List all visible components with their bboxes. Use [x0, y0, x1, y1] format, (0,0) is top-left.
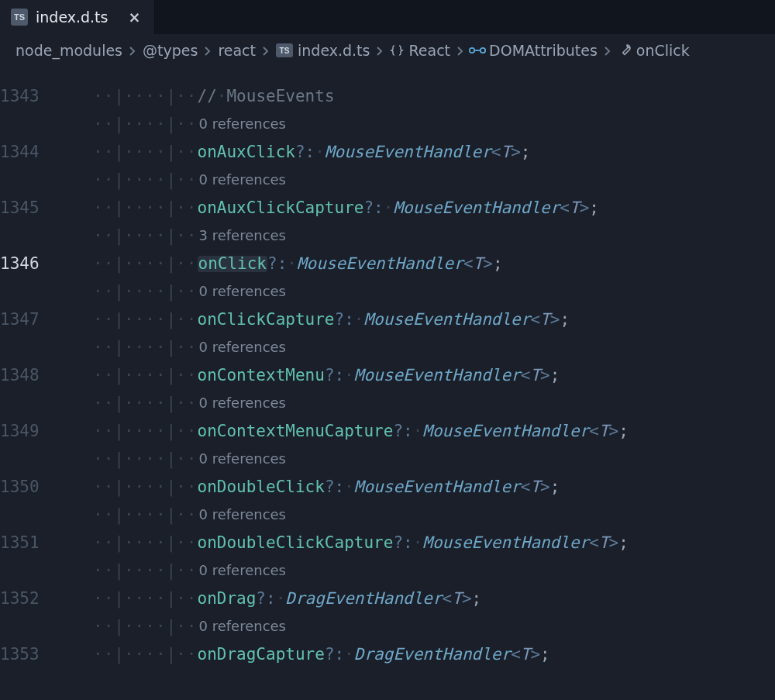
codelens-references[interactable]: ··|····|··0 references: [93, 389, 775, 417]
breadcrumb-item-property[interactable]: onClick: [618, 42, 690, 59]
breadcrumb-label: onClick: [636, 42, 690, 59]
code-line[interactable]: ··|····|··onContextMenuCapture?: ·MouseE…: [93, 417, 775, 445]
line-number: [0, 501, 93, 529]
breadcrumb-item-types[interactable]: @types: [143, 42, 198, 59]
line-number: 1348: [0, 361, 93, 389]
line-number: 1346: [0, 250, 93, 278]
svg-point-0: [470, 48, 474, 53]
line-number: 1352: [0, 584, 93, 612]
line-number: [0, 222, 93, 250]
breadcrumb: node_modules @types react TS index.d.ts …: [0, 34, 775, 68]
line-number: 1344: [0, 138, 93, 166]
ts-file-icon: TS: [276, 43, 293, 57]
close-icon[interactable]: ×: [128, 11, 140, 23]
breadcrumb-label: node_modules: [16, 42, 122, 59]
wrench-icon: [618, 43, 632, 57]
chevron-right-icon: [604, 42, 611, 59]
code-line[interactable]: ··|····|··onDragCapture?: ·DragEventHand…: [93, 640, 775, 668]
breadcrumb-item-node-modules[interactable]: node_modules: [16, 42, 122, 59]
chevron-right-icon: [129, 42, 136, 59]
breadcrumb-label: index.d.ts: [298, 42, 370, 59]
codelens-references[interactable]: ··|····|··0 references: [93, 445, 775, 473]
code-line[interactable]: ··|····|··//·MouseEvents: [93, 82, 775, 110]
codelens-references[interactable]: ··|····|··0 references: [93, 166, 775, 194]
line-number: 1347: [0, 305, 93, 333]
breadcrumb-label: @types: [143, 42, 198, 59]
codelens-references[interactable]: ··|····|··3 references: [93, 222, 775, 250]
codelens-references[interactable]: ··|····|··0 references: [93, 612, 775, 640]
tab-filename: index.d.ts: [36, 9, 108, 26]
line-number: [0, 557, 93, 584]
line-number: 1353: [0, 640, 93, 668]
chevron-right-icon: [262, 42, 270, 59]
interface-icon: [470, 43, 484, 57]
breadcrumb-label: DOMAttributes: [489, 42, 598, 59]
line-number: [0, 445, 93, 473]
editor-tabbar: TS index.d.ts ×: [0, 0, 775, 34]
breadcrumb-item-namespace[interactable]: React: [390, 42, 450, 59]
chevron-right-icon: [376, 42, 384, 59]
code-line[interactable]: ··|····|··onAuxClick?: ·MouseEventHandle…: [93, 138, 775, 166]
line-number: 1349: [0, 417, 93, 445]
breadcrumb-label: react: [218, 42, 256, 59]
code-line[interactable]: ··|····|··onClick?: ·MouseEventHandler<T…: [93, 250, 775, 278]
editor-tab-active[interactable]: TS index.d.ts ×: [0, 0, 155, 34]
code-line[interactable]: ··|····|··onContextMenu?: ·MouseEventHan…: [93, 361, 775, 389]
braces-icon: [390, 43, 404, 57]
codelens-references[interactable]: ··|····|··0 references: [93, 557, 775, 584]
line-number: [0, 166, 93, 194]
codelens-references[interactable]: ··|····|··0 references: [93, 501, 775, 529]
line-number: [0, 612, 93, 640]
code-line[interactable]: ··|····|··onClickCapture?: ·MouseEventHa…: [93, 305, 775, 333]
line-number: [0, 110, 93, 138]
line-number: 1345: [0, 194, 93, 222]
ts-file-icon: TS: [11, 9, 28, 26]
line-number: 1343: [0, 82, 93, 110]
line-number: [0, 68, 93, 82]
code-line[interactable]: ··|····|··onDoubleClick?: ·MouseEventHan…: [93, 473, 775, 501]
code-line[interactable]: ··|····|··onDoubleClickCapture?: ·MouseE…: [93, 529, 775, 557]
line-number: 1351: [0, 529, 93, 557]
line-number: [0, 278, 93, 305]
svg-point-1: [480, 48, 485, 53]
line-number: 1350: [0, 473, 93, 501]
codelens-references[interactable]: ··|····|··0 references: [93, 110, 775, 138]
breadcrumb-item-file[interactable]: TS index.d.ts: [276, 42, 370, 59]
code-line[interactable]: ··|····|··onDrag?: ·DragEventHandler<T>;: [93, 584, 775, 612]
code-line: [93, 68, 775, 82]
chevron-right-icon: [456, 42, 464, 59]
chevron-right-icon: [204, 42, 212, 59]
breadcrumb-item-react[interactable]: react: [218, 42, 256, 59]
breadcrumb-item-interface[interactable]: DOMAttributes: [470, 42, 598, 59]
line-number: [0, 333, 93, 361]
codelens-references[interactable]: ··|····|··0 references: [93, 278, 775, 305]
code-editor[interactable]: 1343··|····|··//·MouseEvents··|····|··0 …: [0, 68, 775, 668]
code-line[interactable]: ··|····|··onAuxClickCapture?: ·MouseEven…: [93, 194, 775, 222]
codelens-references[interactable]: ··|····|··0 references: [93, 333, 775, 361]
line-number: [0, 389, 93, 417]
breadcrumb-label: React: [408, 42, 450, 59]
